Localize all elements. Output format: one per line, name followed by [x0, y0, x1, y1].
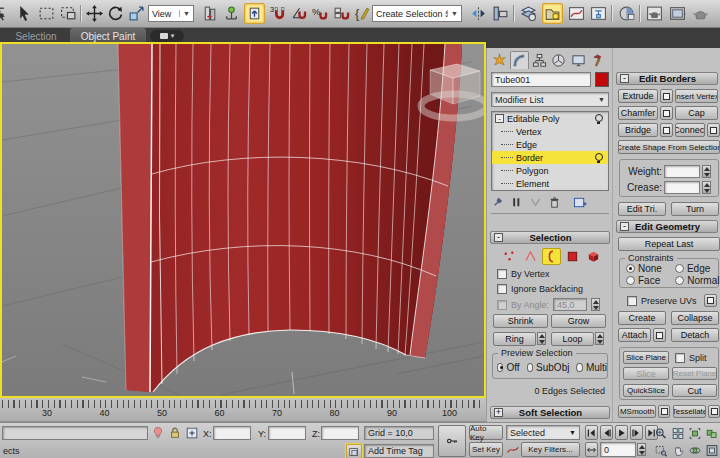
orbit-icon[interactable]	[686, 442, 703, 458]
add-time-tag[interactable]: Add Time Tag	[364, 444, 434, 458]
by-vertex-checkbox[interactable]: By Vertex	[497, 269, 550, 279]
x-coord-field[interactable]	[213, 426, 251, 440]
connect-settings-button[interactable]	[707, 123, 720, 137]
preview-off-radio[interactable]	[497, 363, 503, 372]
detach-button[interactable]: Detach	[671, 328, 719, 342]
chamfer-settings-button[interactable]	[660, 106, 673, 120]
quickslice-button[interactable]: QuickSlice	[623, 384, 669, 397]
select-rotate-icon[interactable]	[105, 3, 126, 24]
auto-key-button[interactable]: Auto Key	[469, 425, 503, 440]
loop-spinner[interactable]	[595, 332, 604, 345]
slice-plane-button[interactable]: Slice Plane	[623, 351, 669, 364]
stack-item-vertex[interactable]: Vertex	[492, 125, 608, 138]
use-center-icon[interactable]	[199, 3, 220, 24]
attach-settings-button[interactable]	[653, 328, 666, 342]
adaptive-degradation-bulb-icon[interactable]	[150, 425, 166, 440]
render-icon[interactable]	[690, 3, 711, 24]
object-name-field[interactable]: Tube001	[491, 72, 591, 87]
maximize-viewport-icon[interactable]	[703, 442, 720, 458]
select-manipulate-icon[interactable]	[221, 3, 242, 24]
tab-utilities[interactable]	[589, 51, 608, 69]
rectangular-selection-icon[interactable]	[36, 3, 57, 24]
snap-3d-icon[interactable]: 3	[268, 3, 289, 24]
turn-button[interactable]: Turn	[671, 202, 719, 216]
stack-item-border[interactable]: Border	[492, 151, 608, 164]
loop-button[interactable]: Loop	[551, 332, 594, 346]
reference-coordsys-dropdown[interactable]: View ▼	[148, 5, 194, 22]
edit-geometry-rollout-header[interactable]: -Edit Geometry	[616, 220, 718, 233]
stack-item-element[interactable]: Element	[492, 177, 608, 190]
cut-button[interactable]: Cut	[672, 384, 717, 397]
play-button[interactable]	[615, 425, 628, 440]
crease-field[interactable]	[664, 181, 700, 194]
split-checkbox[interactable]: Split	[675, 353, 707, 363]
window-crossing-icon[interactable]	[58, 3, 79, 24]
expand-icon[interactable]: -	[495, 114, 504, 123]
perspective-viewport[interactable]	[0, 42, 486, 398]
remove-modifier-icon[interactable]	[548, 196, 561, 211]
collapse-button[interactable]: Collapse	[671, 311, 719, 325]
cap-button[interactable]: Cap	[675, 106, 718, 120]
crease-spinner[interactable]	[702, 181, 711, 194]
edge-icon[interactable]	[521, 248, 540, 265]
curve-editor-icon[interactable]	[566, 3, 587, 24]
key-mode-toggle-button[interactable]	[585, 442, 598, 457]
ignore-backfacing-checkbox[interactable]: Ignore Backfacing	[497, 284, 583, 294]
create-button[interactable]: Create	[618, 311, 666, 325]
select-move-icon[interactable]	[84, 3, 105, 24]
by-angle-spinner[interactable]	[591, 298, 600, 311]
constraint-none-radio[interactable]	[626, 264, 635, 273]
tab-hierarchy[interactable]	[530, 51, 549, 69]
vertex-icon[interactable]	[500, 248, 519, 265]
constraint-face-radio[interactable]	[626, 276, 635, 285]
clipped-toolbar-icon[interactable]	[0, 3, 10, 24]
pin-stack-icon[interactable]	[491, 196, 504, 211]
modifier-stack[interactable]: -Editable PolyVertexEdgeBorderPolygonEle…	[491, 111, 609, 191]
layer-manager-icon[interactable]	[518, 3, 539, 24]
bridge-settings-button[interactable]	[660, 123, 673, 137]
polygon-icon[interactable]	[563, 248, 582, 265]
tab-modify[interactable]	[510, 51, 529, 69]
constraint-edge-radio[interactable]	[675, 264, 684, 273]
zoom-region-icon[interactable]	[652, 442, 669, 458]
chamfer-button[interactable]: Chamfer	[618, 106, 658, 120]
angle-snap-icon[interactable]	[289, 3, 310, 24]
set-key-button[interactable]: Set Key	[469, 442, 503, 457]
render-setup-icon[interactable]	[644, 3, 665, 24]
material-editor-icon[interactable]	[616, 3, 637, 24]
ring-button[interactable]: Ring	[493, 332, 536, 346]
mirror-icon[interactable]	[468, 3, 489, 24]
z-coord-field[interactable]	[321, 426, 359, 440]
element-icon[interactable]	[584, 248, 603, 265]
stack-item-edge[interactable]: Edge	[492, 138, 608, 151]
absolute-offset-mode-icon[interactable]	[184, 425, 200, 440]
zoom-extents-all-icon[interactable]	[703, 425, 720, 441]
preserve-uvs-settings-button[interactable]	[704, 294, 717, 307]
selection-rollout-header[interactable]: -Selection	[490, 231, 610, 244]
tab-motion[interactable]	[550, 51, 569, 69]
zoom-all-icon[interactable]	[669, 425, 686, 441]
isolate-selection-icon[interactable]	[346, 444, 362, 458]
selection-lock-icon[interactable]	[167, 425, 183, 440]
select-scale-icon[interactable]	[126, 3, 147, 24]
repeat-last-button[interactable]: Repeat Last	[618, 237, 720, 251]
tab-create[interactable]	[490, 51, 509, 69]
current-frame-field[interactable]: 0	[600, 442, 636, 457]
align-icon[interactable]	[490, 3, 511, 24]
msmooth-button[interactable]: MSmooth	[618, 405, 656, 418]
tessellate-settings-button[interactable]	[708, 405, 720, 418]
frame-spinner[interactable]	[637, 443, 646, 456]
msmooth-settings-button[interactable]	[658, 405, 670, 418]
pan-hand-icon[interactable]	[669, 442, 686, 458]
modifier-list-dropdown[interactable]: Modifier List ▼	[491, 92, 609, 107]
make-unique-icon[interactable]	[529, 196, 542, 211]
soft-selection-rollout-header[interactable]: +Soft Selection	[490, 406, 610, 419]
visibility-bulb-icon[interactable]	[595, 114, 603, 122]
create-shape-button[interactable]: Create Shape From Selection	[618, 140, 720, 154]
bridge-button[interactable]: Bridge	[618, 123, 658, 137]
connect-button[interactable]: Connect	[675, 123, 705, 137]
rendered-frame-icon[interactable]	[667, 3, 688, 24]
by-angle-checkbox[interactable]: By Angle: 45,0	[497, 298, 600, 311]
default-in-out-tangent-icon[interactable]	[505, 442, 521, 457]
schematic-view-icon[interactable]	[588, 3, 609, 24]
